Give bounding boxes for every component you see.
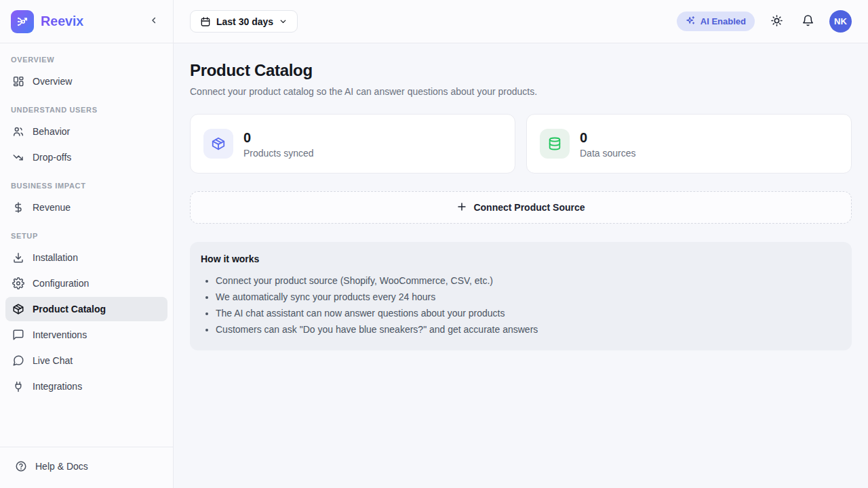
sidebar-item-label: Drop-offs: [33, 152, 71, 163]
help-circle-icon: [15, 460, 27, 472]
sidebar-item-live-chat[interactable]: Live Chat: [5, 348, 167, 373]
message-square-icon: [12, 329, 24, 341]
daterange-label: Last 30 days: [216, 16, 273, 27]
database-icon: [540, 129, 570, 159]
sidebar-footer: Help & Docs: [0, 447, 173, 488]
sidebar-nav: OVERVIEW Overview UNDERSTAND USERS Behav…: [0, 43, 173, 447]
sidebar-item-label: Installation: [33, 252, 78, 263]
daterange-button[interactable]: Last 30 days: [190, 10, 298, 33]
ai-enabled-badge: AI Enabled: [677, 12, 755, 31]
sidebar-item-label: Revenue: [33, 202, 71, 213]
nav-section-label: SETUP: [5, 226, 167, 244]
how-it-works-bullet: The AI chat assistant can now answer que…: [216, 305, 841, 321]
notifications-button[interactable]: [798, 12, 817, 31]
nav-section-label: OVERVIEW: [5, 50, 167, 68]
how-it-works-title: How it works: [201, 253, 841, 264]
brand-logo-icon: [11, 10, 34, 33]
download-icon: [12, 251, 24, 264]
sidebar-item-integrations[interactable]: Integrations: [5, 374, 167, 399]
nav-section-business-impact: BUSINESS IMPACT Revenue: [5, 176, 167, 220]
sidebar-item-revenue[interactable]: Revenue: [5, 195, 167, 220]
nav-section-overview: OVERVIEW Overview: [5, 50, 167, 94]
users-icon: [12, 125, 24, 138]
sidebar-item-drop-offs[interactable]: Drop-offs: [5, 145, 167, 169]
sidebar-item-label: Product Catalog: [33, 304, 106, 314]
ai-badge-label: AI Enabled: [701, 16, 746, 26]
stat-label: Products synced: [243, 148, 314, 159]
stat-card-data-sources: 0 Data sources: [526, 114, 852, 174]
sidebar-item-label: Live Chat: [33, 355, 73, 366]
how-it-works-bullet: We automatically sync your products ever…: [216, 289, 841, 305]
sidebar-item-configuration[interactable]: Configuration: [5, 271, 167, 296]
sidebar-item-label: Configuration: [33, 278, 89, 289]
stat-text: 0 Products synced: [243, 129, 314, 159]
sun-icon: [770, 14, 783, 29]
bell-icon: [802, 14, 814, 29]
topbar: Last 30 days AI Enabled: [174, 0, 868, 43]
nav-section-setup: SETUP Installation Configuration Product…: [5, 226, 167, 399]
main-column: Last 30 days AI Enabled: [174, 0, 868, 488]
chevron-left-icon: [149, 16, 159, 27]
dashboard-grid-icon: [12, 75, 24, 87]
sidebar-item-overview[interactable]: Overview: [5, 69, 167, 94]
sidebar-item-behavior[interactable]: Behavior: [5, 119, 167, 144]
sidebar-item-help-docs[interactable]: Help & Docs: [11, 454, 162, 479]
sidebar-item-product-catalog[interactable]: Product Catalog: [5, 297, 167, 321]
how-it-works-list: Connect your product source (Shopify, Wo…: [201, 272, 841, 338]
nav-section-label: BUSINESS IMPACT: [5, 176, 167, 194]
nav-section-label: UNDERSTAND USERS: [5, 100, 167, 118]
theme-toggle-button[interactable]: [767, 12, 786, 31]
how-it-works-bullet: Customers can ask "Do you have blue snea…: [216, 321, 841, 338]
how-it-works-bullet: Connect your product source (Shopify, Wo…: [216, 272, 841, 289]
package-icon: [12, 303, 24, 315]
package-icon: [203, 129, 233, 159]
chevron-down-icon: [279, 17, 288, 26]
sidebar-item-label: Behavior: [33, 126, 70, 137]
stat-cards-row: 0 Products synced 0 Data sources: [190, 114, 852, 174]
dollar-icon: [12, 201, 24, 214]
topbar-right: AI Enabled NK: [677, 10, 852, 33]
gear-icon: [12, 277, 24, 289]
stat-label: Data sources: [580, 148, 635, 159]
sidebar: Reevix OVERVIEW Overview UNDERSTAND USER…: [0, 0, 174, 488]
stat-value: 0: [580, 129, 635, 146]
sidebar-header: Reevix: [0, 0, 173, 43]
calendar-icon: [200, 16, 211, 27]
plus-icon: [456, 201, 467, 214]
avatar-initials: NK: [834, 16, 847, 26]
user-avatar[interactable]: NK: [829, 10, 852, 33]
sidebar-collapse-button[interactable]: [146, 14, 162, 30]
page-title: Product Catalog: [190, 61, 852, 80]
sidebar-item-label: Overview: [33, 76, 72, 87]
connect-button-label: Connect Product Source: [473, 202, 585, 213]
stat-value: 0: [243, 129, 314, 146]
plug-icon: [12, 380, 24, 392]
how-it-works-panel: How it works Connect your product source…: [190, 242, 852, 350]
content-area: Product Catalog Connect your product cat…: [174, 43, 868, 488]
sidebar-item-installation[interactable]: Installation: [5, 245, 167, 270]
message-circle-icon: [12, 354, 24, 367]
nav-section-understand-users: UNDERSTAND USERS Behavior Drop-offs: [5, 100, 167, 169]
trending-down-icon: [12, 151, 24, 163]
stat-text: 0 Data sources: [580, 129, 635, 159]
connect-product-source-button[interactable]: Connect Product Source: [190, 191, 852, 224]
help-docs-label: Help & Docs: [35, 461, 88, 472]
brand-name: Reevix: [41, 14, 83, 29]
sidebar-item-label: Interventions: [33, 329, 87, 340]
stat-card-products-synced: 0 Products synced: [190, 114, 515, 174]
page-subtitle: Connect your product catalog so the AI c…: [190, 86, 852, 97]
sidebar-item-interventions[interactable]: Interventions: [5, 323, 167, 347]
sidebar-item-label: Integrations: [33, 381, 82, 392]
sparkles-icon: [686, 16, 696, 28]
